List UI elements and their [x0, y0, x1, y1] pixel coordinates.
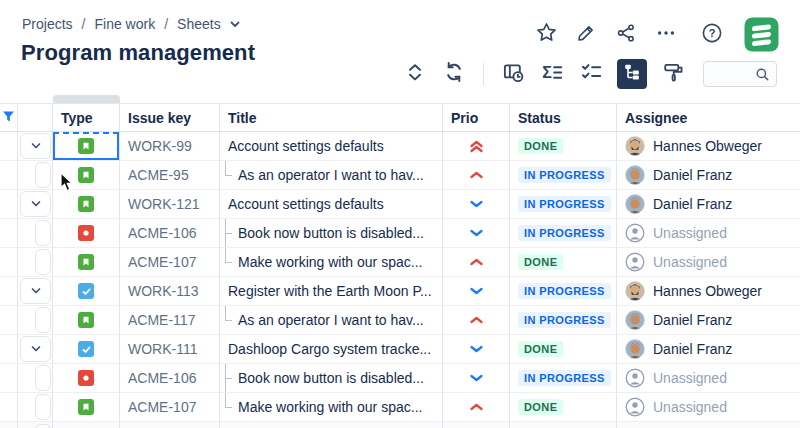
- chevron-down-icon[interactable]: [30, 198, 42, 210]
- issue-type-cell[interactable]: [53, 190, 120, 219]
- expand-toggle[interactable]: [20, 191, 51, 217]
- favorite-button[interactable]: [535, 24, 557, 46]
- assignee-cell[interactable]: Daniel Franz: [617, 306, 800, 335]
- issue-title-cell[interactable]: Make working with our spac...: [220, 248, 443, 277]
- column-header-key[interactable]: Issue key: [120, 104, 220, 132]
- priority-cell[interactable]: [443, 161, 510, 190]
- priority-cell[interactable]: [443, 190, 510, 219]
- issue-type-cell[interactable]: [53, 277, 120, 306]
- priority-cell[interactable]: [443, 393, 510, 422]
- expand-collapse-button[interactable]: [402, 61, 428, 87]
- column-header-title[interactable]: Title: [220, 104, 443, 132]
- column-header-type[interactable]: Type: [53, 104, 120, 132]
- expand-toggle[interactable]: [20, 133, 51, 159]
- aggregate-button[interactable]: Σ: [539, 61, 565, 87]
- type-column-handle[interactable]: [53, 95, 120, 103]
- issue-type-cell[interactable]: [53, 393, 120, 422]
- priority-cell[interactable]: [443, 219, 510, 248]
- issue-key-cell[interactable]: ACME-106: [120, 364, 220, 393]
- status-cell[interactable]: DONE: [510, 393, 617, 422]
- table-row[interactable]: WORK-113Register with the Earth Moon P..…: [0, 277, 800, 306]
- issue-key-cell[interactable]: WORK-111: [120, 335, 220, 364]
- app-logo-icon[interactable]: [744, 17, 779, 52]
- issue-key-cell[interactable]: ACME-95: [120, 161, 220, 190]
- assignee-cell[interactable]: Unassigned: [617, 248, 800, 277]
- issue-title-cell[interactable]: As an operator I want to hav...: [220, 306, 443, 335]
- issue-title-cell[interactable]: Make working with our spac...: [220, 393, 443, 422]
- more-button[interactable]: [655, 24, 677, 46]
- issue-title-cell[interactable]: Account settings defaults: [220, 132, 443, 161]
- assignee-cell[interactable]: Unassigned: [617, 393, 800, 422]
- breadcrumb-fine-work[interactable]: Fine work: [94, 16, 155, 32]
- assignee-cell[interactable]: Hannes Obweger: [617, 277, 800, 306]
- hierarchy-button[interactable]: [617, 59, 647, 89]
- table-row[interactable]: WORK-99Account settings defaultsDONEHann…: [0, 132, 800, 161]
- priority-cell[interactable]: [443, 364, 510, 393]
- table-row[interactable]: ACME-117As an operator I want to hav...I…: [0, 306, 800, 335]
- edit-button[interactable]: [575, 24, 597, 46]
- table-row[interactable]: ACME-95As an operator I want to hav...IN…: [0, 161, 800, 190]
- table-row[interactable]: ACME-106Book now button is disabled...IN…: [0, 364, 800, 393]
- assignee-cell[interactable]: Daniel Franz: [617, 190, 800, 219]
- status-cell[interactable]: IN PROGRESS: [510, 161, 617, 190]
- status-cell[interactable]: DONE: [510, 335, 617, 364]
- assignee-cell[interactable]: Daniel Franz: [617, 161, 800, 190]
- status-cell[interactable]: IN PROGRESS: [510, 277, 617, 306]
- issue-type-cell[interactable]: [53, 335, 120, 364]
- issue-key-cell[interactable]: WORK-99: [120, 132, 220, 161]
- assignee-cell[interactable]: Unassigned: [617, 364, 800, 393]
- issue-title-cell[interactable]: Dashloop Cargo system tracke...: [220, 335, 443, 364]
- expand-toggle[interactable]: [20, 278, 51, 304]
- help-button[interactable]: ?: [701, 24, 723, 46]
- breadcrumb-projects[interactable]: Projects: [22, 16, 73, 32]
- issue-type-cell[interactable]: [53, 364, 120, 393]
- view-history-button[interactable]: [500, 61, 526, 87]
- issue-type-cell[interactable]: [53, 219, 120, 248]
- chevron-down-icon[interactable]: [30, 140, 42, 152]
- issue-key-cell[interactable]: ACME-107: [120, 393, 220, 422]
- priority-cell[interactable]: [443, 132, 510, 161]
- column-header-prio[interactable]: Prio: [443, 104, 510, 132]
- issue-key-cell[interactable]: WORK-121: [120, 190, 220, 219]
- table-row[interactable]: WORK-121Account settings defaultsIN PROG…: [0, 190, 800, 219]
- status-cell[interactable]: DONE: [510, 248, 617, 277]
- issue-type-cell[interactable]: [53, 248, 120, 277]
- table-row[interactable]: ACME-106Book now button is disabled...IN…: [0, 219, 800, 248]
- priority-cell[interactable]: [443, 277, 510, 306]
- issue-key-cell[interactable]: ACME-106: [120, 219, 220, 248]
- search-input[interactable]: [705, 66, 755, 82]
- expand-toggle[interactable]: [20, 336, 51, 362]
- issue-type-cell[interactable]: [53, 132, 120, 161]
- assignee-cell[interactable]: Hannes Obweger: [617, 132, 800, 161]
- formatting-button[interactable]: [660, 61, 686, 87]
- share-button[interactable]: [615, 24, 637, 46]
- status-cell[interactable]: IN PROGRESS: [510, 306, 617, 335]
- priority-cell[interactable]: [443, 248, 510, 277]
- column-header-assignee[interactable]: Assignee: [617, 104, 800, 132]
- table-row[interactable]: ACME-107Make working with our spac...DON…: [0, 393, 800, 422]
- issue-key-cell[interactable]: WORK-113: [120, 277, 220, 306]
- issue-title-cell[interactable]: As an operator I want to hav...: [220, 161, 443, 190]
- priority-cell[interactable]: [443, 306, 510, 335]
- assignee-cell[interactable]: Unassigned: [617, 219, 800, 248]
- priority-cell[interactable]: [443, 335, 510, 364]
- issue-title-cell[interactable]: Book now button is disabled...: [220, 219, 443, 248]
- checklist-button[interactable]: [578, 61, 604, 87]
- refresh-button[interactable]: [441, 61, 467, 87]
- issue-title-cell[interactable]: Book now button is disabled...: [220, 364, 443, 393]
- table-search-box[interactable]: [703, 61, 777, 87]
- filter-header-cell[interactable]: [0, 104, 18, 132]
- status-cell[interactable]: IN PROGRESS: [510, 190, 617, 219]
- issue-key-cell[interactable]: ACME-117: [120, 306, 220, 335]
- table-row[interactable]: WORK-111Dashloop Cargo system tracke...D…: [0, 335, 800, 364]
- breadcrumb-sheets[interactable]: Sheets: [177, 16, 221, 32]
- issue-title-cell[interactable]: Account settings defaults: [220, 190, 443, 219]
- column-header-status[interactable]: Status: [510, 104, 617, 132]
- status-cell[interactable]: DONE: [510, 132, 617, 161]
- assignee-cell[interactable]: Daniel Franz: [617, 335, 800, 364]
- issue-type-cell[interactable]: [53, 161, 120, 190]
- issue-key-cell[interactable]: ACME-107: [120, 248, 220, 277]
- table-row[interactable]: ACME-107Make working with our spac...DON…: [0, 248, 800, 277]
- chevron-down-icon[interactable]: [228, 17, 242, 31]
- chevron-down-icon[interactable]: [30, 343, 42, 355]
